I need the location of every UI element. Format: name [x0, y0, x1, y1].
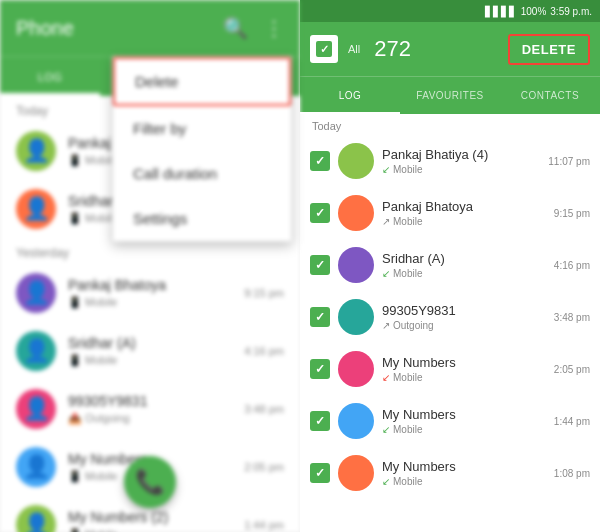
avatar	[338, 143, 374, 179]
avatar	[338, 351, 374, 387]
item-checkbox[interactable]	[310, 203, 330, 223]
section-today-right: Today	[300, 114, 600, 135]
list-item[interactable]: Pankaj Bhatiya (4) ↙ Mobile 11:07 pm	[300, 135, 600, 187]
call-type: 📱 Mobile	[68, 154, 117, 167]
avatar	[338, 299, 374, 335]
menu-item-settings[interactable]: Settings	[113, 196, 291, 241]
item-checkbox[interactable]	[310, 151, 330, 171]
avatar: 👤	[16, 389, 56, 429]
list-item[interactable]: Sridhar (A) ↙ Mobile 4:16 pm	[300, 239, 600, 291]
check-inner	[316, 41, 332, 57]
header-icons: 🔍 ⋮	[223, 16, 284, 40]
call-time: 4:16 pm	[244, 345, 284, 357]
list-item[interactable]: 99305Y9831 ↗ Outgoing 3:48 pm	[300, 291, 600, 343]
call-info: Pankaj Bhatoya ↗ Mobile	[382, 199, 546, 227]
item-checkbox[interactable]	[310, 411, 330, 431]
incoming-icon: ↙	[382, 424, 390, 435]
list-item[interactable]: 👤 Pankaj Bhatoya 📱 Mobile 9:15 pm	[0, 264, 300, 322]
status-bar: ▋▋▋▋ 100% 3:59 p.m.	[300, 0, 600, 22]
call-type: 📱 Mobile	[68, 354, 117, 367]
call-info: 99305Y9831 ↗ Outgoing	[382, 303, 546, 331]
call-type-label: Mobile	[393, 268, 422, 279]
call-info: My Numbers ↙ Mobile	[382, 459, 546, 487]
outgoing-icon: ↗	[382, 320, 390, 331]
right-tabs: LOG FAVOURITES CONTACTS	[300, 76, 600, 114]
select-all-label: All	[348, 43, 360, 55]
call-type-label: Mobile	[393, 424, 422, 435]
dropdown-menu: Delete Filter by Call duration Settings	[112, 56, 292, 242]
call-time: 11:07 pm	[548, 156, 590, 167]
call-info: Sridhar (A) 📱 Mobile	[68, 335, 232, 367]
battery-indicator: 100%	[521, 6, 547, 17]
list-item[interactable]: Pankaj Bhatoya ↗ Mobile 9:15 pm	[300, 187, 600, 239]
incoming-icon: ↙	[382, 164, 390, 175]
menu-item-filter[interactable]: Filter by	[113, 106, 291, 151]
call-sub: ↗ Mobile	[382, 216, 546, 227]
item-checkbox[interactable]	[310, 463, 330, 483]
incoming-icon: ↙	[382, 268, 390, 279]
list-item[interactable]: 👤 Sridhar (A) 📱 Mobile 4:16 pm	[0, 322, 300, 380]
contact-name: 99305Y9831	[68, 393, 232, 409]
call-type: 📱 Mobile	[68, 528, 117, 532]
missed-icon: ↙	[382, 372, 390, 383]
right-tab-contacts[interactable]: CONTACTS	[500, 77, 600, 114]
call-info: Sridhar (A) ↙ Mobile	[382, 251, 546, 279]
call-info: My Numbers (2) 📱 Mobile	[68, 509, 232, 532]
list-item[interactable]: My Numbers ↙ Mobile 1:08 pm	[300, 447, 600, 499]
right-tab-log[interactable]: LOG	[300, 77, 400, 114]
call-type: 📤 Outgoing	[68, 412, 130, 425]
contact-name: My Numbers	[382, 459, 546, 474]
call-type-label: Mobile	[393, 216, 422, 227]
contact-name: Pankaj Bhatiya (4)	[382, 147, 540, 162]
call-time: 3:48 pm	[554, 312, 590, 323]
outgoing-icon: ↗	[382, 216, 390, 227]
avatar: 👤	[16, 505, 56, 532]
signal-icon: ▋▋▋▋	[485, 6, 517, 17]
call-sub: ↙ Mobile	[382, 424, 546, 435]
contact-name: Sridhar (A)	[382, 251, 546, 266]
menu-item-call-duration[interactable]: Call duration	[113, 151, 291, 196]
call-sub: ↙ Mobile	[382, 268, 546, 279]
tab-log[interactable]: LOG	[0, 57, 100, 96]
item-checkbox[interactable]	[310, 359, 330, 379]
right-tab-favourites[interactable]: FAVOURITES	[400, 77, 500, 114]
avatar: 👤	[16, 447, 56, 487]
call-type: 📱 Mobile	[68, 212, 117, 225]
call-time: 1:44 pm	[554, 416, 590, 427]
item-checkbox[interactable]	[310, 307, 330, 327]
call-time: 3:48 pm	[244, 403, 284, 415]
call-info: My Numbers ↙ Mobile	[382, 355, 546, 383]
menu-item-delete[interactable]: Delete	[113, 57, 291, 106]
call-type-label: Mobile	[393, 372, 422, 383]
call-sub: ↙ Mobile	[382, 372, 546, 383]
contact-name: My Numbers (2)	[68, 509, 232, 525]
call-time: 4:16 pm	[554, 260, 590, 271]
avatar: 👤	[16, 189, 56, 229]
left-panel: Phone 🔍 ⋮ LOG FAVOURITES CONTACTS Today …	[0, 0, 300, 532]
call-info: Pankaj Bhatoya 📱 Mobile	[68, 277, 232, 309]
avatar: 👤	[16, 131, 56, 171]
avatar	[338, 195, 374, 231]
avatar: 👤	[16, 273, 56, 313]
right-content: Today Pankaj Bhatiya (4) ↙ Mobile 11:07 …	[300, 114, 600, 532]
delete-button[interactable]: DELETE	[508, 34, 590, 65]
contact-name: 99305Y9831	[382, 303, 546, 318]
list-item[interactable]: 👤 99305Y9831 📤 Outgoing 3:48 pm	[0, 380, 300, 438]
contact-name: Pankaj Bhatoya	[382, 199, 546, 214]
item-checkbox[interactable]	[310, 255, 330, 275]
time-display: 3:59 p.m.	[550, 6, 592, 17]
search-icon: 🔍	[223, 16, 248, 40]
avatar	[338, 247, 374, 283]
fab-call[interactable]: 📞	[124, 456, 176, 508]
call-type: 📱 Mobile	[68, 296, 117, 309]
select-all-checkbox[interactable]	[310, 35, 338, 63]
list-item[interactable]: My Numbers ↙ Mobile 1:44 pm	[300, 395, 600, 447]
call-time: 9:15 pm	[554, 208, 590, 219]
left-header: Phone 🔍 ⋮	[0, 0, 300, 56]
list-item[interactable]: My Numbers ↙ Mobile 2:05 pm	[300, 343, 600, 395]
call-info: Pankaj Bhatiya (4) ↙ Mobile	[382, 147, 540, 175]
call-info: My Numbers ↙ Mobile	[382, 407, 546, 435]
call-time: 2:05 pm	[554, 364, 590, 375]
call-sub: ↙ Mobile	[382, 476, 546, 487]
avatar	[338, 403, 374, 439]
